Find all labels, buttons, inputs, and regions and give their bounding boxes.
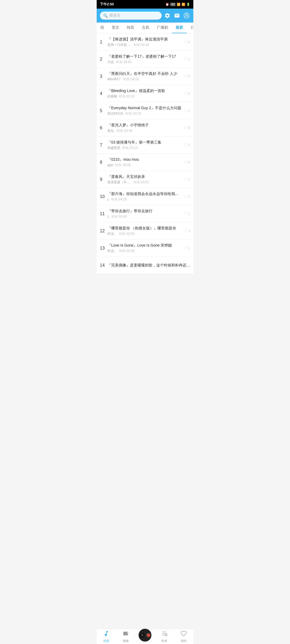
song-item[interactable]: 6『星河入梦』小宇绝绝子鱼丸.时长:04:34♡0 xyxy=(97,119,193,137)
song-item[interactable]: 14『完美偶像』是姜嗄嗄的歌，这个时候和朴冉还没离婚 xyxy=(97,257,193,274)
song-title: 『0215』mou mou xyxy=(107,157,182,162)
song-list: 1『【将进酒】清平调』将近酒清平调想养一只叫坚果的猫时长:02:20♡62『老婆… xyxy=(97,34,193,274)
like-count: 0 xyxy=(188,126,190,130)
song-subtitle: 四点钟方向时长:03:15 xyxy=(107,111,182,116)
tab-gufeng[interactable]: 古风 xyxy=(138,23,153,33)
song-like[interactable]: ♡1 xyxy=(184,246,190,251)
heart-icon: ♡ xyxy=(184,160,187,165)
song-subtitle: 大志时长:49:45 xyxy=(107,60,182,64)
song-item[interactable]: 1『【将进酒】清平调』将近酒清平调想养一只叫坚果的猫时长:02:20♡6 xyxy=(97,34,193,51)
song-like[interactable]: ♡3 xyxy=(184,228,190,233)
song-like[interactable]: ♡4 xyxy=(184,142,190,148)
song-item[interactable]: 13『Love Is Gone』Love Is Gone 宋烨靓柠凉。时长:03… xyxy=(97,240,193,257)
song-info: 『03 彼得潘与辛』第一季第三集跨越荒芜时长:25:10 xyxy=(107,140,182,150)
song-artist: 星语星愿（不更剧） xyxy=(107,180,132,185)
heart-icon: ♡ xyxy=(184,125,187,130)
song-info: 『那片海』你知道我会永远永远等你给我的回答L时长:04:26 xyxy=(107,191,182,202)
like-count: 1 xyxy=(188,246,190,250)
tab-duan[interactable]: 段 xyxy=(97,23,108,33)
like-count: 2 xyxy=(188,109,190,113)
header-icons xyxy=(164,12,190,19)
tab-chunyin[interactable]: 纯音 xyxy=(123,23,138,33)
heart-icon: ♡ xyxy=(184,177,187,182)
like-count: 3 xyxy=(188,229,190,233)
song-like[interactable]: ♡2 xyxy=(184,177,190,182)
song-like[interactable]: ♡5 xyxy=(184,91,190,96)
song-item[interactable]: 10『那片海』你知道我会永远永远等你给我的回答L时长:04:26♡2 xyxy=(97,188,193,205)
song-title: 『Bleeding Love』很温柔的一首歌 xyxy=(107,88,182,94)
song-subtitle: L时长:04:26 xyxy=(107,197,182,202)
tab-yingwen[interactable]: 英文 xyxy=(108,23,123,33)
heart-icon: ♡ xyxy=(184,211,187,216)
tab-riri[interactable]: 日系 xyxy=(187,23,193,33)
song-item[interactable]: 11『带你去旅行』带你去旅行L时长:03:45♡1 xyxy=(97,205,193,222)
song-title: 『03 彼得潘与辛』第一季第三集 xyxy=(107,140,182,145)
song-item[interactable]: 9『度春风』天宝伏妖录星语星愿（不更剧）时长:04:51♡2 xyxy=(97,171,193,188)
song-title: 『老婆粉了解一下17』老婆粉了解一下17 xyxy=(107,54,182,59)
song-duration: 时长:04:52 xyxy=(124,77,139,82)
song-artist: 跨越荒芜 xyxy=(107,146,120,150)
song-subtitle: Word玛丫时长:04:52 xyxy=(107,77,182,82)
tab-guangboju[interactable]: 广播剧 xyxy=(153,23,172,33)
song-item[interactable]: 5『Everyday Normal Guy 2』不是什么大问题四点钟方向时长:0… xyxy=(97,102,193,119)
song-artist: 好烦呦 xyxy=(107,94,117,99)
song-duration: 时长:02:32 xyxy=(119,94,135,99)
song-like[interactable]: ♡5 xyxy=(184,74,190,79)
song-subtitle: 鱼丸.时长:04:34 xyxy=(107,129,182,133)
song-rank: 5 xyxy=(100,108,107,113)
song-rank: 7 xyxy=(100,143,107,148)
battery-icon: 🔋 xyxy=(186,3,190,6)
song-like[interactable]: ♡2 xyxy=(184,108,190,113)
song-artist: yipo xyxy=(107,163,113,167)
song-artist: L xyxy=(107,215,109,218)
song-item[interactable]: 4『Bleeding Love』很温柔的一首歌好烦呦时长:02:32♡5 xyxy=(97,85,193,102)
song-rank: 6 xyxy=(100,126,107,130)
heart-icon: ♡ xyxy=(184,108,187,113)
song-like[interactable]: ♡6 xyxy=(184,39,190,45)
heart-icon: ♡ xyxy=(184,194,187,199)
song-like[interactable]: ♡0 xyxy=(184,125,190,130)
song-rank: 13 xyxy=(100,246,107,251)
song-artist: 鱼丸. xyxy=(107,129,115,133)
song-duration: 时长:39:08 xyxy=(115,163,131,167)
like-count: 4 xyxy=(188,143,190,147)
settings-button[interactable] xyxy=(164,12,171,19)
song-item[interactable]: 3『黑夜问白天』在半空中真好 不会吵 人少Word玛丫时长:04:52♡5 xyxy=(97,68,193,85)
content-area: 1『【将进酒】清平调』将近酒清平调想养一只叫坚果的猫时长:02:20♡62『老婆… xyxy=(97,34,193,290)
song-rank: 3 xyxy=(100,74,107,79)
song-like[interactable]: ♡0 xyxy=(184,160,190,165)
song-rank: 2 xyxy=(100,57,107,62)
song-like[interactable]: ♡2 xyxy=(184,57,190,62)
song-info: 『带你去旅行』带你去旅行L时长:03:45 xyxy=(107,208,182,219)
message-button[interactable] xyxy=(173,12,180,19)
song-duration: 时长:04:26 xyxy=(111,197,127,202)
profile-button[interactable] xyxy=(183,12,190,19)
heart-icon: ♡ xyxy=(184,246,187,251)
song-like[interactable]: ♡1 xyxy=(184,211,190,216)
song-like[interactable]: ♡2 xyxy=(184,194,190,199)
alarm-icon: ⏰ xyxy=(165,3,169,6)
song-info: 『Love Is Gone』Love Is Gone 宋烨靓柠凉。时长:03:3… xyxy=(107,243,182,253)
song-subtitle: 柠凉。时长:03:35 xyxy=(107,249,182,253)
song-subtitle: yipo时长:39:08 xyxy=(107,163,182,167)
song-duration: 时长:04:34 xyxy=(117,129,132,133)
song-artist: 想养一只叫坚果的猫 xyxy=(107,43,132,47)
song-info: 『度春风』天宝伏妖录星语星愿（不更剧）时长:04:51 xyxy=(107,174,182,185)
song-subtitle: 好烦呦时长:02:32 xyxy=(107,94,182,99)
search-bar[interactable]: 🔍 搜音乐 xyxy=(100,12,162,20)
song-item[interactable]: 12『哪里都是你 （热搜女版）』哪里都是你柠凉。时长:03:56♡3 xyxy=(97,222,193,240)
song-subtitle: 想养一只叫坚果的猫时长:02:20 xyxy=(107,43,182,47)
song-item[interactable]: 2『老婆粉了解一下17』老婆粉了解一下17大志时长:49:45♡2 xyxy=(97,51,193,68)
song-duration: 时长:03:15 xyxy=(126,111,141,116)
heart-icon: ♡ xyxy=(184,228,187,233)
song-item[interactable]: 7『03 彼得潘与辛』第一季第三集跨越荒芜时长:25:10♡4 xyxy=(97,137,193,154)
song-duration: 时长:03:56 xyxy=(119,232,135,236)
song-item[interactable]: 8『0215』mou mouyipo时长:39:08♡0 xyxy=(97,154,193,171)
like-count: 5 xyxy=(188,92,190,96)
song-duration: 时长:02:20 xyxy=(134,43,149,47)
tab-zuixin[interactable]: 最新 xyxy=(172,23,187,33)
heart-icon: ♡ xyxy=(184,91,187,96)
song-title: 『星河入梦』小宇绝绝子 xyxy=(107,123,182,128)
song-duration: 时长:03:35 xyxy=(119,249,135,253)
heart-icon: ♡ xyxy=(184,39,187,45)
